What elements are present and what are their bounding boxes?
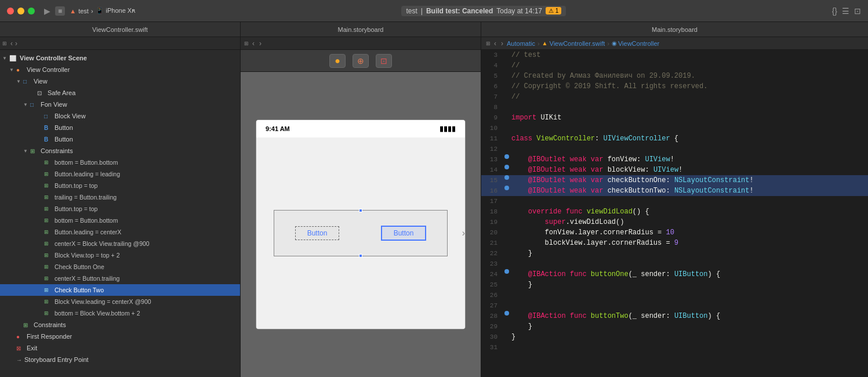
code-icon[interactable]: {} bbox=[832, 6, 837, 16]
code-line-12: 12 bbox=[481, 144, 868, 154]
code-breadcrumb: ⊞ ‹ › Automatic › ▲ ViewController.swift… bbox=[481, 37, 868, 50]
title-bar-center: test | Build test: Canceled Today at 14:… bbox=[401, 6, 566, 16]
tool-btn-2[interactable]: ⊕ bbox=[353, 54, 369, 68]
tree-item-entry-point[interactable]: → Storyboard Entry Point bbox=[0, 354, 240, 365]
tree-item-c11[interactable]: ⊞ centerX = Button.trailing bbox=[0, 273, 240, 284]
nav-forward[interactable]: › bbox=[14, 39, 19, 48]
code-line-7: 7 // bbox=[481, 92, 868, 102]
code-line-10: 10 bbox=[481, 123, 868, 133]
tree-item-constraints[interactable]: ▼ ⊞ Constraints bbox=[0, 145, 240, 157]
tree-item-c4[interactable]: ⊞ trailing = Button.trailing bbox=[0, 191, 240, 203]
code-line-16: 16 @IBOutlet weak var checkButtonTwo: NS… bbox=[481, 186, 868, 196]
maximize-button[interactable] bbox=[28, 8, 35, 14]
tree-item-view[interactable]: ▼ □ View bbox=[0, 75, 240, 87]
tree-label: Block View.top = top + 2 bbox=[55, 252, 119, 259]
tree-label: View Controller Scene bbox=[20, 55, 87, 61]
tree-item-c8[interactable]: ⊞ centerX = Block View.trailing @900 bbox=[0, 238, 240, 249]
breadcrumb-class[interactable]: ◉ ViewController bbox=[612, 40, 659, 47]
code-line-28: 28 @IBAction func buttonTwo(_ sender: UI… bbox=[481, 311, 868, 321]
tree-item-safe-area[interactable]: ⊡ Safe Area bbox=[0, 87, 240, 99]
storyboard-nav-back[interactable]: ‹ bbox=[251, 39, 256, 48]
arrow-indicator: › bbox=[462, 228, 465, 238]
tree-item-first-responder[interactable]: ● First Responder bbox=[0, 331, 240, 342]
navigator-panel: ViewController.swift ⊞ ‹ › ▼ ⬜ View Cont… bbox=[0, 22, 241, 377]
tree-item-c5[interactable]: ⊞ Button.top = top bbox=[0, 203, 240, 215]
stop-button[interactable]: ■ bbox=[55, 6, 65, 16]
tree-label: Check Button One bbox=[55, 263, 104, 270]
breadcrumb-file[interactable]: ▲ ViewController.swift bbox=[542, 40, 605, 47]
tree-item-vc[interactable]: ▼ ● View Controller bbox=[0, 64, 240, 75]
tree-label: Constraints bbox=[34, 321, 66, 328]
tree-item-fon-view[interactable]: ▼ □ Fon View bbox=[0, 99, 240, 110]
tree-item-c3[interactable]: ⊞ Button.top = top bbox=[0, 180, 240, 191]
code-line-14: 14 @IBOutlet weak var blockView: UIView! bbox=[481, 165, 868, 175]
title-bar-right: {} ☰ ⊡ bbox=[832, 6, 861, 16]
tool-btn-1[interactable]: ● bbox=[329, 54, 346, 68]
tree-item-block-view[interactable]: □ Block View bbox=[0, 110, 240, 122]
tree-item-check-button-two[interactable]: ⊞ Check Button Two bbox=[0, 284, 240, 296]
tree-item-c13[interactable]: ⊞ Block View.leading = centerX @900 bbox=[0, 296, 240, 307]
app-name-label: test bbox=[406, 7, 417, 15]
tree-item-button1[interactable]: B Button bbox=[0, 122, 240, 133]
tree-label: trailing = Button.trailing bbox=[55, 194, 117, 201]
title-bar-left: ▶ ■ ▲ test › 📱 iPhone Xʀ bbox=[7, 6, 136, 16]
tool-btn-3[interactable]: ⊡ bbox=[376, 54, 392, 68]
code-line-18: 18 override func viewDidLoad() { bbox=[481, 206, 868, 217]
storyboard-canvas[interactable]: 9:41 AM ▮▮▮▮ Button Button › bbox=[241, 72, 481, 377]
storyboard-panel: Main.storyboard ⊞ ‹ › ● ⊕ ⊡ 9:41 AM bbox=[241, 22, 481, 377]
code-line-25: 25 } bbox=[481, 280, 868, 290]
tree-item-c2[interactable]: ⊞ Button.leading = leading bbox=[0, 168, 240, 180]
handle-top[interactable] bbox=[359, 209, 362, 212]
tree-label: Safe Area bbox=[48, 89, 75, 96]
code-line-4: 4 // bbox=[481, 60, 868, 71]
tree-label: Constraints bbox=[41, 147, 73, 154]
tree-label: Button bbox=[55, 124, 73, 131]
list-icon[interactable]: ☰ bbox=[842, 6, 849, 16]
minimize-button[interactable] bbox=[17, 8, 24, 14]
storyboard-nav: ⊞ ‹ › bbox=[241, 37, 481, 50]
warning-badge[interactable]: ⚠ 1 bbox=[546, 7, 561, 14]
tree-item-c7[interactable]: ⊞ Button.leading = centerX bbox=[0, 226, 240, 238]
tree-item-c10[interactable]: ⊞ Check Button One bbox=[0, 261, 240, 273]
scheme-selector[interactable]: ▲ test › 📱 iPhone Xʀ bbox=[70, 7, 136, 14]
code-line-15: 15 @IBOutlet weak var checkButtonOne: NS… bbox=[481, 175, 868, 186]
tree-item-c14[interactable]: ⊞ bottom = Block View.bottom + 2 bbox=[0, 307, 240, 319]
play-button[interactable]: ▶ bbox=[44, 6, 50, 16]
tree-label: Block View.leading = centerX @900 bbox=[55, 298, 151, 305]
tree-item-constraints2[interactable]: ⊞ Constraints bbox=[0, 319, 240, 331]
iphone-frame: 9:41 AM ▮▮▮▮ Button Button › bbox=[256, 120, 465, 329]
code-editor[interactable]: 3 // test 4 // 5 // Created by Алмаз Фан… bbox=[481, 50, 868, 377]
tree-label: Button.top = top bbox=[55, 182, 97, 189]
code-line-27: 27 bbox=[481, 300, 868, 311]
storyboard-header: Main.storyboard bbox=[241, 22, 481, 37]
code-header: Main.storyboard bbox=[481, 22, 868, 37]
tree-item-c6[interactable]: ⊞ bottom = Button.bottom bbox=[0, 215, 240, 226]
share-icon[interactable]: ⊡ bbox=[854, 6, 861, 16]
tree-item-c1[interactable]: ⊞ bottom = Button.bottom bbox=[0, 157, 240, 168]
tree-item-vc-scene[interactable]: ▼ ⬜ View Controller Scene bbox=[0, 52, 240, 64]
breadcrumb-automatic[interactable]: Automatic bbox=[507, 40, 535, 47]
code-header-title: Main.storyboard bbox=[652, 26, 698, 33]
tree-label: Fon View bbox=[41, 101, 67, 108]
storyboard-button-1[interactable]: Button bbox=[295, 226, 340, 240]
code-line-31: 31 bbox=[481, 342, 868, 353]
tree-item-button2[interactable]: B Button bbox=[0, 133, 240, 145]
tree-label: View bbox=[34, 78, 48, 85]
code-nav-back[interactable]: ‹ bbox=[493, 39, 497, 48]
tree-item-exit[interactable]: ⊠ Exit bbox=[0, 342, 240, 354]
tree-label: Exit bbox=[27, 345, 37, 351]
code-nav-forward[interactable]: › bbox=[500, 39, 504, 48]
nav-back[interactable]: ‹ bbox=[9, 39, 14, 48]
build-status-label: Build test: Canceled bbox=[426, 7, 493, 15]
status-time: 9:41 AM bbox=[266, 125, 290, 132]
handle-bottom[interactable] bbox=[359, 254, 362, 258]
storyboard-button-2[interactable]: Button bbox=[381, 226, 427, 241]
storyboard-nav-forward[interactable]: › bbox=[258, 39, 263, 48]
close-button[interactable] bbox=[7, 8, 14, 14]
main-area: ViewController.swift ⊞ ‹ › ▼ ⬜ View Cont… bbox=[0, 22, 868, 377]
code-line-6: 6 // Copyright © 2019 Shift. All rights … bbox=[481, 81, 868, 92]
button-container[interactable]: Button Button bbox=[274, 210, 448, 256]
tree-item-c9[interactable]: ⊞ Block View.top = top + 2 bbox=[0, 249, 240, 261]
tree-label: bottom = Button.bottom bbox=[55, 217, 118, 224]
code-line-29: 29 } bbox=[481, 321, 868, 332]
